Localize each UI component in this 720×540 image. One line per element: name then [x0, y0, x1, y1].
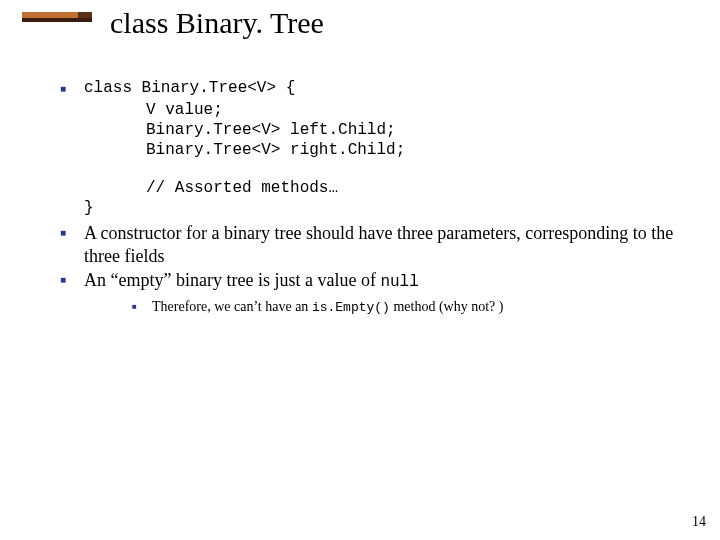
- sub-pre: Therefore, we can’t have an: [152, 299, 312, 314]
- sub-code: is.Empty(): [312, 300, 390, 315]
- spacer: [60, 160, 680, 178]
- code-line-4: Binary.Tree<V> right.Child;: [84, 140, 680, 160]
- bullet-empty: ■ An “empty” binary tree is just a value…: [60, 269, 680, 292]
- square-bullet-icon: ■: [60, 78, 84, 96]
- sub-bullet-text: Therefore, we can’t have an is.Empty() m…: [152, 298, 503, 316]
- bullet-empty-pre: An “empty” binary tree is just a value o…: [84, 270, 380, 290]
- code-line-3: Binary.Tree<V> left.Child;: [84, 120, 680, 140]
- square-bullet-icon: ■: [132, 298, 152, 312]
- bullet-empty-code: null: [380, 273, 418, 291]
- sub-post: method (why not? ): [390, 299, 504, 314]
- bullet-constructor-text: A constructor for a binary tree should h…: [84, 222, 680, 267]
- code-line-comment: // Assorted methods…: [84, 178, 680, 198]
- bullet-empty-text: An “empty” binary tree is just a value o…: [84, 269, 680, 292]
- square-bullet-icon: ■: [60, 269, 84, 287]
- slide-body: ■ class Binary.Tree<V> { V value; Binary…: [60, 78, 680, 316]
- code-line-close: }: [84, 198, 680, 218]
- page-number: 14: [692, 514, 706, 530]
- code-line-1: class Binary.Tree<V> {: [84, 78, 680, 98]
- square-bullet-icon: ■: [60, 222, 84, 240]
- title-accent-bar: [22, 12, 92, 22]
- slide-title: class Binary. Tree: [110, 6, 324, 40]
- sub-bullet: ■ Therefore, we can’t have an is.Empty()…: [132, 298, 680, 316]
- bullet-code-decl: ■ class Binary.Tree<V> {: [60, 78, 680, 98]
- code-line-2: V value;: [84, 100, 680, 120]
- bullet-constructor: ■ A constructor for a binary tree should…: [60, 222, 680, 267]
